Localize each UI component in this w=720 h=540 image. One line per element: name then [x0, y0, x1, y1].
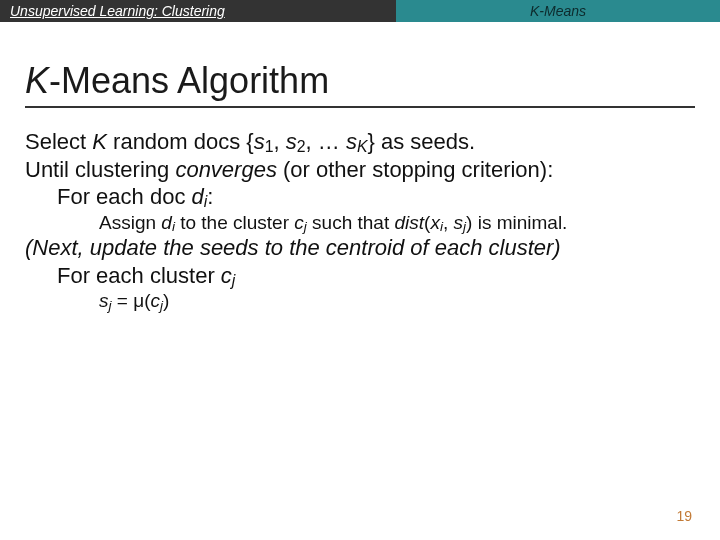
body-line-2: Until clustering converges (or other sto… — [25, 156, 695, 184]
subscript-j: j — [304, 219, 307, 234]
text: : — [207, 184, 213, 209]
text: For each doc — [57, 184, 192, 209]
var-s: s — [454, 212, 464, 233]
subscript: 2 — [297, 138, 306, 155]
body-line-3: For each doc di: — [25, 183, 695, 211]
text: random docs { — [107, 129, 254, 154]
body-line-1: Select K random docs {s1, s2, … sK} as s… — [25, 128, 695, 156]
header-right: K-Means — [396, 0, 720, 22]
text: ) is minimal. — [466, 212, 567, 233]
body-line-4: Assign di to the cluster cj such that di… — [25, 211, 695, 235]
emph-converges: converges — [175, 157, 277, 182]
text: Assign — [99, 212, 161, 233]
text: , — [274, 129, 286, 154]
subscript-i: i — [172, 219, 175, 234]
text: } as seeds. — [367, 129, 475, 154]
var-c: c — [221, 263, 232, 288]
subscript-j: j — [463, 219, 466, 234]
subscript-i: i — [440, 219, 443, 234]
title-rest: -Means Algorithm — [49, 60, 329, 101]
body-line-6: For each cluster cj — [25, 262, 695, 290]
text: such that — [307, 212, 395, 233]
page-number: 19 — [676, 508, 692, 524]
text: to the cluster — [175, 212, 294, 233]
header-bar: Unsupervised Learning: Clustering K-Mean… — [0, 0, 720, 22]
var-s: s — [254, 129, 265, 154]
body-line-5: (Next, update the seeds to the centroid … — [0, 234, 695, 262]
header-left: Unsupervised Learning: Clustering — [0, 0, 396, 22]
text: = — [112, 290, 134, 311]
text: For each cluster — [57, 263, 221, 288]
var-s: s — [99, 290, 109, 311]
fn-dist: dist — [395, 212, 425, 233]
text: Until clustering — [25, 157, 175, 182]
var-c: c — [150, 290, 160, 311]
subscript-i: i — [204, 193, 208, 210]
text: , — [443, 212, 454, 233]
subscript-j: j — [109, 298, 112, 313]
slide-body: Select K random docs {s1, s2, … sK} as s… — [25, 128, 695, 313]
text: ) — [163, 290, 169, 311]
body-line-7: sj = μ(cj) — [25, 289, 695, 313]
var-s: s — [286, 129, 297, 154]
var-d: d — [161, 212, 172, 233]
var-K: K — [92, 129, 107, 154]
var-s: s — [346, 129, 357, 154]
slide-title: K-Means Algorithm — [25, 60, 695, 102]
emph-note: (Next, update the seeds to the centroid … — [25, 235, 561, 260]
subscript-j: j — [160, 298, 163, 313]
subscript-j: j — [232, 272, 236, 289]
subscript-K: K — [357, 138, 368, 155]
sym-mu: μ — [133, 290, 144, 311]
title-italic-k: K — [25, 60, 49, 101]
var-c: c — [294, 212, 304, 233]
var-d: d — [192, 184, 204, 209]
var-x: x — [430, 212, 440, 233]
text: Select — [25, 129, 92, 154]
title-area: K-Means Algorithm — [25, 60, 695, 108]
text: , … — [306, 129, 346, 154]
text: (or other stopping criterion): — [277, 157, 553, 182]
subscript: 1 — [265, 138, 274, 155]
